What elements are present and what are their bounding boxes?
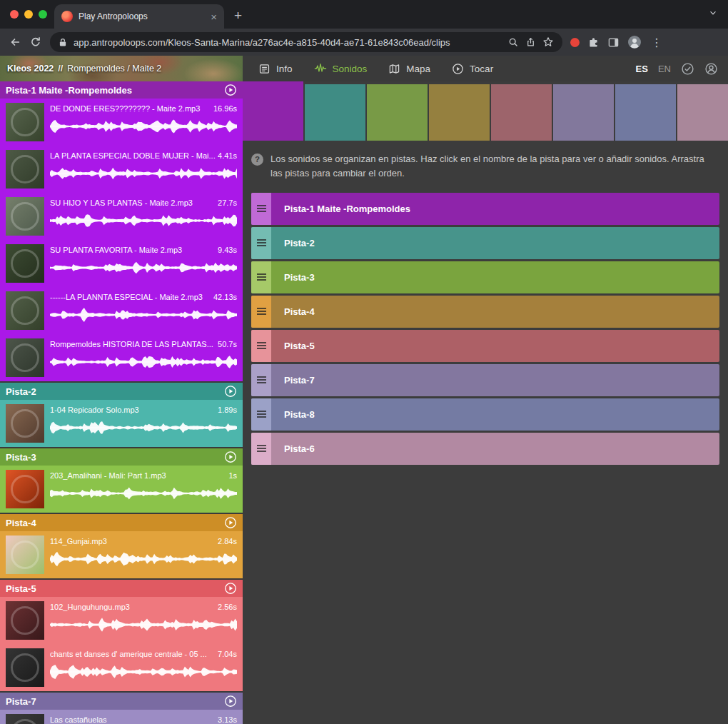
track-row[interactable]: Pista-8 bbox=[251, 398, 719, 431]
clip-title: Las castañuelas bbox=[50, 715, 216, 724]
track-header[interactable]: Pista-4 bbox=[0, 514, 243, 531]
new-tab-button[interactable]: + bbox=[224, 8, 252, 24]
drag-handle[interactable] bbox=[251, 330, 271, 362]
sync-check-icon[interactable] bbox=[681, 62, 694, 76]
clip-item[interactable]: DE DONDE ERES???????? - Maite 2.mp316.96… bbox=[0, 99, 243, 146]
track-name: Pista-4 bbox=[6, 518, 36, 528]
track-header[interactable]: Pista-5 bbox=[0, 580, 243, 597]
track-section: Pista-3203_Amalihani - Mali: Part 1.mp31… bbox=[0, 448, 243, 513]
nav-tab-mapa[interactable]: Mapa bbox=[388, 63, 430, 75]
clip-waveform bbox=[50, 117, 237, 136]
play-track-button[interactable] bbox=[224, 516, 237, 529]
drag-handle[interactable] bbox=[251, 364, 271, 396]
browser-menu-icon[interactable]: ⋮ bbox=[649, 36, 664, 49]
play-track-button[interactable] bbox=[224, 582, 237, 595]
tab-close-icon[interactable]: × bbox=[209, 11, 218, 23]
track-row[interactable]: Pista-3 bbox=[251, 261, 719, 293]
track-column-swatch[interactable] bbox=[491, 84, 552, 141]
track-row[interactable]: Pista-4 bbox=[251, 296, 719, 328]
drag-handle[interactable] bbox=[251, 227, 271, 259]
track-row-label: Pista-8 bbox=[271, 398, 315, 431]
drag-handle[interactable] bbox=[251, 261, 271, 293]
clip-item[interactable]: LA PLANTA ESPECIAL DOBLE MUJER - Mai...4… bbox=[0, 146, 243, 193]
account-icon[interactable] bbox=[704, 62, 718, 76]
clip-title: LA PLANTA ESPECIAL DOBLE MUJER - Mai... bbox=[50, 151, 216, 161]
clip-item[interactable]: 1-04 Repicador Solo.mp31.89s bbox=[0, 400, 243, 447]
window-minimize-button[interactable] bbox=[24, 10, 33, 19]
drag-handle[interactable] bbox=[251, 398, 271, 431]
track-column-swatch[interactable] bbox=[429, 84, 490, 141]
track-row[interactable]: Pista-1 Maite -Rompemoldes bbox=[251, 193, 719, 225]
track-header[interactable]: Pista-3 bbox=[0, 448, 243, 466]
tab-overflow-chevron-icon[interactable] bbox=[708, 8, 718, 21]
track-row-label: Pista-7 bbox=[271, 364, 315, 396]
share-icon[interactable] bbox=[525, 36, 536, 48]
track-column-swatch[interactable] bbox=[305, 84, 365, 141]
play-track-button[interactable] bbox=[224, 451, 237, 463]
extensions-puzzle-icon[interactable] bbox=[587, 36, 600, 49]
clip-title: 102_Hunguhungu.mp3 bbox=[50, 603, 216, 612]
drag-handle[interactable] bbox=[251, 296, 271, 328]
clip-item[interactable]: SU HIJO Y LAS PLANTAS - Maite 2.mp327.7s bbox=[0, 193, 243, 240]
track-header[interactable]: Pista-1 Maite -Rompemoldes bbox=[0, 81, 243, 99]
clip-duration: 16.96s bbox=[213, 104, 237, 114]
main-panel: Info Sonidos Mapa Tocar E bbox=[243, 56, 728, 724]
nav-tab-info[interactable]: Info bbox=[258, 63, 293, 75]
nav-tab-tocar[interactable]: Tocar bbox=[452, 63, 493, 75]
clip-item[interactable]: chants et danses d' amerique centrale - … bbox=[0, 644, 243, 691]
reload-button[interactable] bbox=[29, 36, 42, 49]
lang-es-button[interactable]: ES bbox=[636, 64, 648, 74]
drag-handle[interactable] bbox=[251, 433, 271, 465]
app-window: Kleos 2022 // Rompemoldes / Maite 2 Pist… bbox=[0, 56, 728, 724]
breadcrumb-project[interactable]: Kleos 2022 bbox=[7, 64, 54, 74]
track-column-swatch[interactable] bbox=[553, 84, 614, 141]
zoom-icon[interactable] bbox=[507, 36, 519, 48]
clip-title: SU HIJO Y LAS PLANTAS - Maite 2.mp3 bbox=[50, 198, 216, 208]
back-button[interactable] bbox=[9, 36, 21, 49]
breadcrumb-path[interactable]: Rompemoldes / Maite 2 bbox=[67, 64, 161, 74]
recording-indicator-icon[interactable] bbox=[570, 38, 580, 47]
bookmark-star-icon[interactable] bbox=[542, 36, 554, 48]
play-track-button[interactable] bbox=[224, 385, 237, 398]
clip-item[interactable]: 102_Hunguhungu.mp32.56s bbox=[0, 597, 243, 644]
track-row-label: Pista-6 bbox=[271, 433, 315, 465]
track-column-swatch[interactable] bbox=[677, 84, 728, 141]
clip-item[interactable]: 114_Gunjai.mp32.84s bbox=[0, 531, 243, 578]
drag-handle[interactable] bbox=[251, 193, 271, 225]
play-track-button[interactable] bbox=[224, 695, 237, 708]
window-close-button[interactable] bbox=[10, 10, 19, 19]
track-column-swatch[interactable] bbox=[615, 84, 676, 141]
clip-item[interactable]: 203_Amalihani - Mali: Part 1.mp31s bbox=[0, 466, 243, 513]
track-header[interactable]: Pista-7 bbox=[0, 693, 243, 710]
window-zoom-button[interactable] bbox=[39, 10, 47, 19]
clip-thumbnail bbox=[6, 197, 44, 236]
track-row[interactable]: Pista-2 bbox=[251, 227, 719, 259]
clip-title: Rompemoldes HISTORIA DE LAS PLANTAS... bbox=[50, 340, 216, 349]
side-panel-icon[interactable] bbox=[607, 36, 620, 49]
nav-tab-label: Sonidos bbox=[333, 64, 368, 74]
clip-thumbnail bbox=[6, 103, 44, 141]
browser-tab[interactable]: Play Antropoloops × bbox=[54, 4, 224, 29]
drag-handle-icon bbox=[257, 205, 266, 213]
track-header[interactable]: Pista-2 bbox=[0, 383, 243, 400]
clip-item[interactable]: Rompemoldes HISTORIA DE LAS PLANTAS...50… bbox=[0, 334, 243, 381]
play-track-button[interactable] bbox=[224, 84, 237, 96]
track-row[interactable]: Pista-6 bbox=[251, 433, 719, 465]
clip-item[interactable]: SU PLANTA FAVORITA - Maite 2.mp39.43s bbox=[0, 240, 243, 287]
drag-handle-icon bbox=[257, 342, 266, 350]
clip-thumbnail bbox=[6, 244, 44, 283]
clip-waveform bbox=[50, 418, 237, 437]
clip-list: Las castañuelas3.13s bbox=[0, 710, 243, 724]
clip-item[interactable]: ------LA PLANNTA ESPECIAL - Maite 2.mp34… bbox=[0, 287, 243, 334]
nav-tab-sonidos[interactable]: Sonidos bbox=[314, 63, 368, 74]
track-row[interactable]: Pista-7 bbox=[251, 364, 719, 396]
clip-thumbnail bbox=[6, 338, 44, 377]
track-column-swatch[interactable] bbox=[367, 84, 428, 141]
address-bar[interactable]: app.antropoloops.com/Kleos-Santa-Marina/… bbox=[50, 32, 562, 52]
track-column-swatch[interactable] bbox=[243, 81, 303, 141]
clip-body: chants et danses d' amerique centrale - … bbox=[50, 648, 237, 691]
profile-avatar[interactable] bbox=[627, 35, 642, 49]
track-row[interactable]: Pista-5 bbox=[251, 330, 719, 362]
clip-item[interactable]: Las castañuelas3.13s bbox=[0, 710, 243, 724]
lang-en-button[interactable]: EN bbox=[658, 64, 671, 74]
